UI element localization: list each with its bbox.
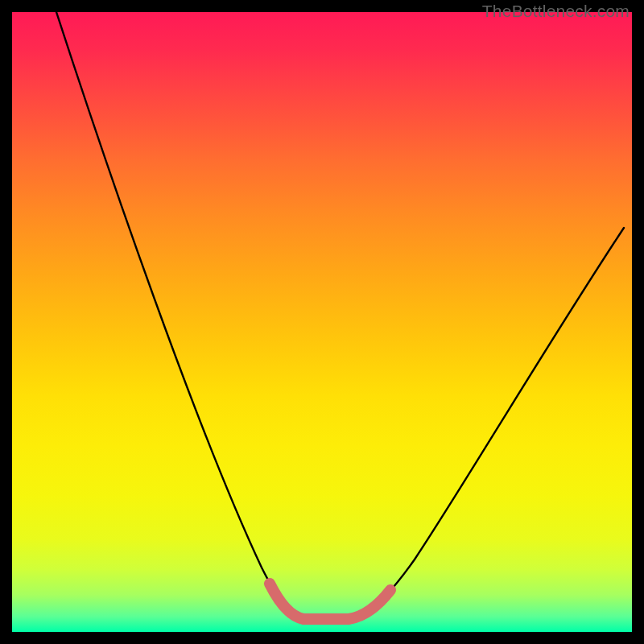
bottleneck-curve-svg (12, 12, 632, 632)
bottleneck-curve (56, 12, 624, 621)
plot-area (12, 12, 632, 632)
valley-highlight (270, 584, 390, 619)
chart-frame: TheBottleneck.com (0, 0, 644, 644)
watermark-text: TheBottleneck.com (482, 2, 630, 21)
